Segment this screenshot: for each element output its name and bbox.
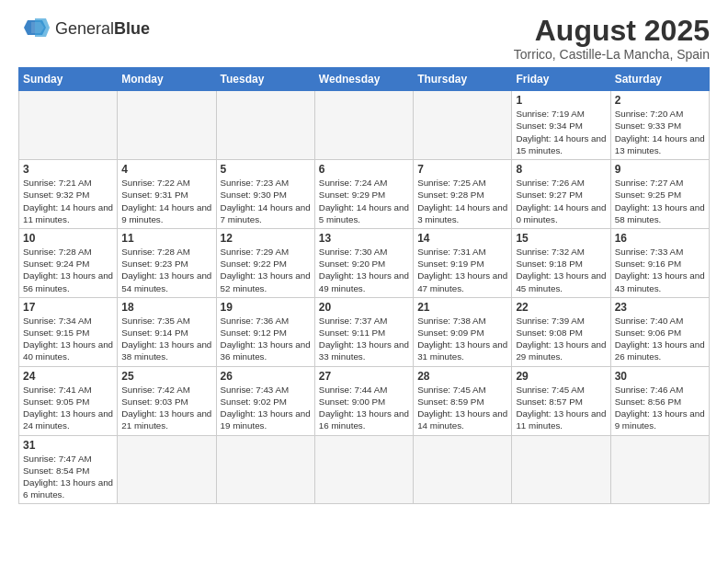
calendar-table: SundayMondayTuesdayWednesdayThursdayFrid… (18, 67, 710, 504)
day-number: 12 (221, 232, 311, 245)
day-number: 25 (121, 370, 211, 383)
day-number: 19 (221, 301, 311, 314)
calendar-cell (216, 91, 314, 160)
day-number: 18 (121, 301, 211, 314)
calendar-cell: 31Sunrise: 7:47 AM Sunset: 8:54 PM Dayli… (19, 435, 118, 504)
calendar-week-row: 3Sunrise: 7:21 AM Sunset: 9:32 PM Daylig… (19, 160, 710, 229)
calendar-cell: 5Sunrise: 7:23 AM Sunset: 9:30 PM Daylig… (216, 160, 314, 229)
calendar-cell: 22Sunrise: 7:39 AM Sunset: 9:08 PM Dayli… (512, 297, 610, 366)
day-info: Sunrise: 7:30 AM Sunset: 9:20 PM Dayligh… (319, 246, 409, 294)
day-info: Sunrise: 7:21 AM Sunset: 9:32 PM Dayligh… (23, 177, 113, 225)
calendar-cell (118, 435, 216, 504)
day-info: Sunrise: 7:28 AM Sunset: 9:24 PM Dayligh… (23, 246, 113, 294)
calendar-cell (118, 91, 216, 160)
calendar-cell: 13Sunrise: 7:30 AM Sunset: 9:20 PM Dayli… (314, 228, 413, 297)
calendar-cell: 10Sunrise: 7:28 AM Sunset: 9:24 PM Dayli… (19, 228, 118, 297)
day-info: Sunrise: 7:23 AM Sunset: 9:30 PM Dayligh… (221, 177, 311, 225)
day-number: 17 (23, 301, 113, 314)
calendar-week-row: 31Sunrise: 7:47 AM Sunset: 8:54 PM Dayli… (19, 435, 710, 504)
day-header-friday: Friday (512, 68, 610, 91)
calendar-cell: 2Sunrise: 7:20 AM Sunset: 9:33 PM Daylig… (610, 91, 709, 160)
day-info: Sunrise: 7:45 AM Sunset: 8:57 PM Dayligh… (516, 384, 606, 432)
calendar-week-row: 17Sunrise: 7:34 AM Sunset: 9:15 PM Dayli… (19, 297, 710, 366)
calendar-cell: 28Sunrise: 7:45 AM Sunset: 8:59 PM Dayli… (414, 366, 512, 435)
day-info: Sunrise: 7:34 AM Sunset: 9:15 PM Dayligh… (23, 315, 113, 363)
calendar-cell (414, 91, 512, 160)
day-info: Sunrise: 7:27 AM Sunset: 9:25 PM Dayligh… (615, 177, 705, 225)
day-info: Sunrise: 7:32 AM Sunset: 9:18 PM Dayligh… (516, 246, 606, 294)
calendar-cell (19, 91, 118, 160)
day-number: 15 (516, 232, 606, 245)
day-number: 21 (417, 301, 507, 314)
calendar-cell: 4Sunrise: 7:22 AM Sunset: 9:31 PM Daylig… (118, 160, 216, 229)
logo: GeneralBlue (18, 15, 150, 42)
day-number: 30 (615, 370, 705, 383)
day-header-saturday: Saturday (610, 68, 709, 91)
day-number: 3 (23, 163, 113, 176)
calendar-week-row: 1Sunrise: 7:19 AM Sunset: 9:34 PM Daylig… (19, 91, 710, 160)
day-info: Sunrise: 7:26 AM Sunset: 9:27 PM Dayligh… (516, 177, 606, 225)
calendar-cell: 12Sunrise: 7:29 AM Sunset: 9:22 PM Dayli… (216, 228, 314, 297)
day-info: Sunrise: 7:42 AM Sunset: 9:03 PM Dayligh… (121, 384, 211, 432)
calendar-cell: 17Sunrise: 7:34 AM Sunset: 9:15 PM Dayli… (19, 297, 118, 366)
calendar-cell: 1Sunrise: 7:19 AM Sunset: 9:34 PM Daylig… (512, 91, 610, 160)
day-number: 31 (23, 439, 113, 452)
day-info: Sunrise: 7:37 AM Sunset: 9:11 PM Dayligh… (319, 315, 409, 363)
calendar-cell: 25Sunrise: 7:42 AM Sunset: 9:03 PM Dayli… (118, 366, 216, 435)
day-info: Sunrise: 7:19 AM Sunset: 9:34 PM Dayligh… (516, 108, 606, 156)
day-number: 8 (516, 163, 606, 176)
day-header-thursday: Thursday (414, 68, 512, 91)
calendar-cell: 3Sunrise: 7:21 AM Sunset: 9:32 PM Daylig… (19, 160, 118, 229)
calendar-subtitle: Torrico, Castille-La Mancha, Spain (514, 47, 710, 62)
logo-text: GeneralBlue (55, 19, 150, 39)
calendar-cell: 15Sunrise: 7:32 AM Sunset: 9:18 PM Dayli… (512, 228, 610, 297)
day-number: 2 (615, 94, 705, 107)
day-number: 24 (23, 370, 113, 383)
calendar-cell: 29Sunrise: 7:45 AM Sunset: 8:57 PM Dayli… (512, 366, 610, 435)
calendar-cell: 11Sunrise: 7:28 AM Sunset: 9:23 PM Dayli… (118, 228, 216, 297)
calendar-week-row: 24Sunrise: 7:41 AM Sunset: 9:05 PM Dayli… (19, 366, 710, 435)
day-number: 22 (516, 301, 606, 314)
day-number: 20 (319, 301, 409, 314)
calendar-cell: 26Sunrise: 7:43 AM Sunset: 9:02 PM Dayli… (216, 366, 314, 435)
calendar-cell (314, 91, 413, 160)
day-number: 27 (319, 370, 409, 383)
generalblue-logo-icon (18, 15, 51, 42)
calendar-cell: 27Sunrise: 7:44 AM Sunset: 9:00 PM Dayli… (314, 366, 413, 435)
day-number: 23 (615, 301, 705, 314)
day-number: 28 (417, 370, 507, 383)
day-info: Sunrise: 7:38 AM Sunset: 9:09 PM Dayligh… (417, 315, 507, 363)
day-info: Sunrise: 7:36 AM Sunset: 9:12 PM Dayligh… (221, 315, 311, 363)
day-info: Sunrise: 7:31 AM Sunset: 9:19 PM Dayligh… (417, 246, 507, 294)
calendar-cell (314, 435, 413, 504)
title-area: August 2025 Torrico, Castille-La Mancha,… (514, 15, 710, 62)
day-info: Sunrise: 7:35 AM Sunset: 9:14 PM Dayligh… (121, 315, 211, 363)
day-info: Sunrise: 7:24 AM Sunset: 9:29 PM Dayligh… (319, 177, 409, 225)
calendar-week-row: 10Sunrise: 7:28 AM Sunset: 9:24 PM Dayli… (19, 228, 710, 297)
day-number: 7 (417, 163, 507, 176)
calendar-cell: 6Sunrise: 7:24 AM Sunset: 9:29 PM Daylig… (314, 160, 413, 229)
calendar-cell: 24Sunrise: 7:41 AM Sunset: 9:05 PM Dayli… (19, 366, 118, 435)
calendar-cell (512, 435, 610, 504)
calendar-cell: 7Sunrise: 7:25 AM Sunset: 9:28 PM Daylig… (414, 160, 512, 229)
calendar-cell: 20Sunrise: 7:37 AM Sunset: 9:11 PM Dayli… (314, 297, 413, 366)
calendar-cell: 9Sunrise: 7:27 AM Sunset: 9:25 PM Daylig… (610, 160, 709, 229)
calendar-cell: 19Sunrise: 7:36 AM Sunset: 9:12 PM Dayli… (216, 297, 314, 366)
day-number: 26 (221, 370, 311, 383)
day-number: 16 (615, 232, 705, 245)
day-number: 5 (221, 163, 311, 176)
calendar-cell: 23Sunrise: 7:40 AM Sunset: 9:06 PM Dayli… (610, 297, 709, 366)
day-info: Sunrise: 7:43 AM Sunset: 9:02 PM Dayligh… (221, 384, 311, 432)
day-number: 13 (319, 232, 409, 245)
day-number: 14 (417, 232, 507, 245)
day-info: Sunrise: 7:29 AM Sunset: 9:22 PM Dayligh… (221, 246, 311, 294)
day-info: Sunrise: 7:46 AM Sunset: 8:56 PM Dayligh… (615, 384, 705, 432)
day-info: Sunrise: 7:40 AM Sunset: 9:06 PM Dayligh… (615, 315, 705, 363)
calendar-cell: 8Sunrise: 7:26 AM Sunset: 9:27 PM Daylig… (512, 160, 610, 229)
calendar-cell: 16Sunrise: 7:33 AM Sunset: 9:16 PM Dayli… (610, 228, 709, 297)
day-info: Sunrise: 7:45 AM Sunset: 8:59 PM Dayligh… (417, 384, 507, 432)
day-info: Sunrise: 7:20 AM Sunset: 9:33 PM Dayligh… (615, 108, 705, 156)
day-number: 1 (516, 94, 606, 107)
day-info: Sunrise: 7:22 AM Sunset: 9:31 PM Dayligh… (121, 177, 211, 225)
calendar-cell: 21Sunrise: 7:38 AM Sunset: 9:09 PM Dayli… (414, 297, 512, 366)
